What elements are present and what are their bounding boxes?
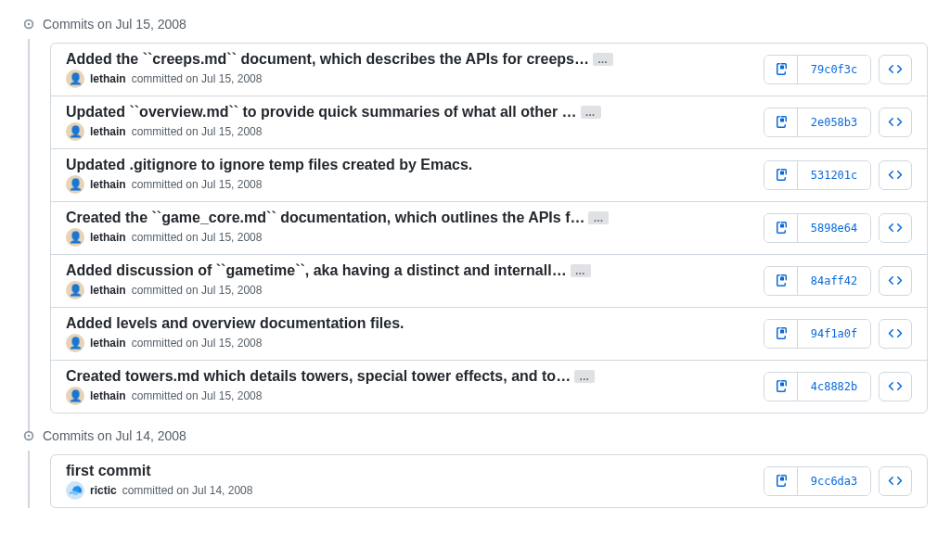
commit-row: Created towers.md which details towers, …: [51, 361, 927, 413]
sha-button-group: 9cc6da3: [764, 466, 871, 496]
avatar[interactable]: 👤: [66, 70, 84, 88]
avatar[interactable]: 👤: [66, 334, 84, 352]
commit-main: Added the ``creeps.md`` document, which …: [66, 51, 752, 88]
commit-actions: 79c0f3c: [764, 55, 912, 84]
author-link[interactable]: lethain: [90, 125, 126, 138]
browse-repo-button[interactable]: [879, 266, 912, 296]
avatar[interactable]: 👤: [66, 175, 84, 194]
sha-link[interactable]: 5898e64: [798, 214, 870, 242]
author-link[interactable]: lethain: [90, 284, 126, 297]
commit-row: Added discussion of ``gametime``, aka ha…: [51, 255, 927, 308]
copy-sha-button[interactable]: [764, 108, 798, 136]
commit-date-text: committed on Jul 15, 2008: [132, 72, 263, 85]
commit-main: Created the ``game_core.md`` documentati…: [66, 210, 752, 247]
copy-sha-button[interactable]: [764, 373, 798, 401]
code-icon: [888, 62, 903, 77]
commit-actions: 531201c: [764, 160, 912, 190]
sha-link[interactable]: 84aff42: [798, 267, 870, 295]
avatar[interactable]: 👤: [66, 387, 84, 405]
expand-message-button[interactable]: …: [593, 53, 613, 66]
commit-row: first commit🧢ricticcommitted on Jul 14, …: [51, 455, 927, 507]
commit-row: Added levels and overview documentation …: [51, 308, 927, 361]
clipboard-icon: [774, 274, 789, 288]
commit-title-link[interactable]: Added levels and overview documentation …: [66, 315, 404, 332]
browse-repo-button[interactable]: [879, 160, 912, 190]
clipboard-icon: [774, 379, 789, 394]
sha-button-group: 5898e64: [764, 213, 871, 243]
commit-title-row: Updated ``overview.md`` to provide quick…: [66, 104, 752, 121]
commit-meta: 👤lethaincommitted on Jul 15, 2008: [66, 70, 752, 88]
copy-sha-button[interactable]: [764, 56, 798, 83]
copy-sha-button[interactable]: [764, 467, 798, 495]
copy-sha-button[interactable]: [764, 161, 798, 189]
sha-link[interactable]: 9cc6da3: [798, 467, 870, 495]
timeline-line: [28, 451, 30, 508]
browse-repo-button[interactable]: [879, 55, 912, 84]
browse-repo-button[interactable]: [879, 372, 912, 401]
commit-title-link[interactable]: Added discussion of ``gametime``, aka ha…: [66, 262, 567, 279]
expand-message-button[interactable]: …: [571, 264, 591, 277]
commit-actions: 4c8882b: [764, 372, 912, 401]
author-link[interactable]: lethain: [90, 389, 126, 402]
svg-point-1: [28, 23, 31, 26]
avatar[interactable]: 👤: [66, 122, 84, 141]
author-link[interactable]: rictic: [90, 484, 117, 497]
author-link[interactable]: lethain: [90, 72, 126, 85]
avatar[interactable]: 👤: [66, 228, 84, 247]
commit-meta: 👤lethaincommitted on Jul 15, 2008: [66, 228, 752, 247]
commits-list: Added the ``creeps.md`` document, which …: [50, 43, 928, 414]
copy-sha-button[interactable]: [764, 267, 798, 295]
commit-title-link[interactable]: Created towers.md which details towers, …: [66, 368, 571, 385]
commit-row: Updated ``overview.md`` to provide quick…: [51, 96, 927, 149]
author-link[interactable]: lethain: [90, 337, 126, 350]
commit-date-text: committed on Jul 15, 2008: [132, 178, 263, 191]
commit-actions: 9cc6da3: [764, 466, 912, 496]
clipboard-icon: [774, 62, 789, 77]
group-header: Commits on Jul 14, 2008: [22, 421, 928, 454]
sha-link[interactable]: 94f1a0f: [798, 320, 870, 348]
expand-message-button[interactable]: …: [581, 106, 601, 119]
commit-title-link[interactable]: first commit: [66, 463, 151, 479]
author-link[interactable]: lethain: [90, 178, 126, 191]
copy-sha-button[interactable]: [764, 214, 798, 242]
commit-title-row: Updated .gitignore to ignore temp files …: [66, 157, 752, 173]
expand-message-button[interactable]: …: [574, 370, 595, 383]
commit-title-link[interactable]: Updated .gitignore to ignore temp files …: [66, 157, 472, 173]
commit-actions: 84aff42: [764, 266, 912, 296]
commit-meta: 👤lethaincommitted on Jul 15, 2008: [66, 334, 752, 352]
commit-date-text: committed on Jul 15, 2008: [132, 337, 263, 350]
commit-row: Created the ``game_core.md`` documentati…: [51, 202, 927, 255]
commit-date-text: committed on Jul 15, 2008: [132, 284, 263, 297]
avatar[interactable]: 🧢: [66, 481, 84, 500]
sha-link[interactable]: 4c8882b: [798, 373, 870, 401]
expand-message-button[interactable]: …: [588, 211, 609, 224]
copy-sha-button[interactable]: [764, 320, 798, 348]
sha-button-group: 94f1a0f: [764, 319, 871, 349]
browse-repo-button[interactable]: [879, 466, 912, 496]
group-header: Commits on Jul 15, 2008: [22, 9, 928, 43]
author-link[interactable]: lethain: [90, 231, 126, 244]
commit-date-text: committed on Jul 15, 2008: [132, 389, 263, 402]
code-icon: [888, 274, 903, 288]
code-icon: [888, 115, 903, 130]
sha-link[interactable]: 2e058b3: [798, 108, 870, 136]
code-icon: [888, 168, 903, 183]
commit-date-text: committed on Jul 15, 2008: [132, 231, 263, 244]
commit-title-link[interactable]: Added the ``creeps.md`` document, which …: [66, 51, 589, 68]
code-icon: [888, 474, 903, 489]
commit-date-group: Commits on Jul 14, 2008first commit🧢rict…: [22, 421, 928, 508]
clipboard-icon: [774, 474, 789, 489]
sha-link[interactable]: 79c0f3c: [798, 56, 870, 83]
sha-link[interactable]: 531201c: [798, 161, 870, 189]
sha-button-group: 84aff42: [764, 266, 871, 296]
commit-dot-icon: [22, 18, 35, 31]
clipboard-icon: [774, 168, 789, 183]
commit-title-row: Created towers.md which details towers, …: [66, 368, 752, 385]
avatar[interactable]: 👤: [66, 281, 84, 299]
commit-title-link[interactable]: Created the ``game_core.md`` documentati…: [66, 210, 584, 226]
browse-repo-button[interactable]: [879, 108, 912, 137]
timeline-line: [28, 39, 30, 432]
browse-repo-button[interactable]: [879, 213, 912, 243]
commit-title-link[interactable]: Updated ``overview.md`` to provide quick…: [66, 104, 577, 121]
browse-repo-button[interactable]: [879, 319, 912, 349]
